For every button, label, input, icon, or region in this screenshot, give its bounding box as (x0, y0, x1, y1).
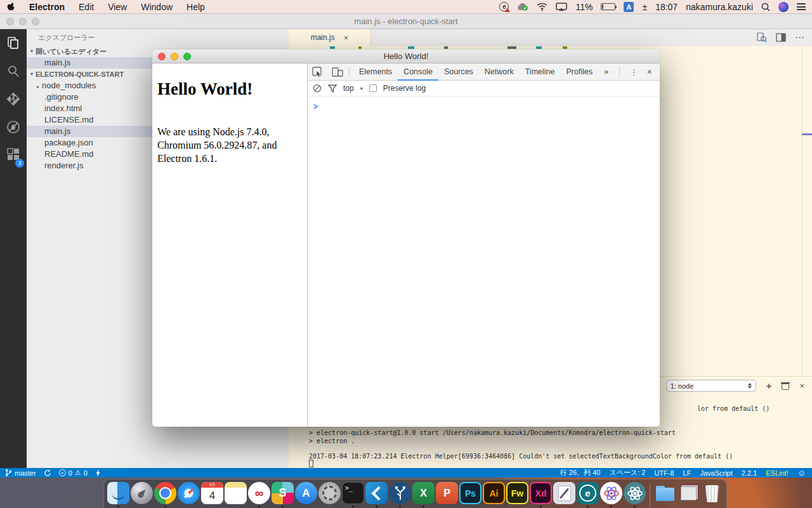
close-devtools-icon[interactable]: × (645, 67, 660, 77)
dock-app-store-icon[interactable]: A (295, 482, 317, 508)
problems-item[interactable]: × 0 ⚠ 0 (59, 469, 88, 477)
dock-fireworks-icon[interactable]: Fw (506, 482, 528, 508)
search-icon[interactable] (0, 57, 27, 85)
dock-illustrator-icon[interactable]: Ai (483, 482, 505, 508)
airplay-display-icon[interactable] (556, 3, 567, 11)
git-branch-item[interactable]: master (5, 469, 36, 477)
dock-calendar-icon[interactable]: 3月4 (201, 482, 223, 508)
debug-icon[interactable] (0, 113, 27, 141)
explorer-icon[interactable] (0, 29, 27, 57)
close-panel-icon[interactable]: × (799, 381, 804, 391)
tab-elements[interactable]: Elements (353, 64, 398, 81)
eol-item[interactable]: LF (683, 469, 691, 477)
dock-launchpad-icon[interactable] (131, 482, 153, 508)
cursor-position-item[interactable]: 行 26、列 40 (560, 468, 601, 478)
plusminus-status-item[interactable]: ± (642, 2, 647, 12)
terminal-select[interactable]: 1: node (666, 380, 756, 392)
kill-terminal-icon[interactable] (782, 382, 789, 390)
zoom-window-button[interactable] (32, 18, 39, 25)
new-terminal-icon[interactable]: + (766, 380, 772, 391)
tab-profiles[interactable]: Profiles (560, 64, 598, 81)
find-in-file-icon[interactable] (757, 32, 767, 43)
version-item[interactable]: 2.2.1 (742, 469, 757, 477)
dock-trash-icon[interactable] (701, 482, 723, 508)
eset-status-icon[interactable]: e (499, 2, 509, 11)
macos-menu-bar: Electron Edit View Window Help e 11% A ±… (0, 0, 812, 14)
dock-photoshop-icon[interactable]: Ps (459, 482, 481, 508)
spotlight-search-icon[interactable] (761, 3, 770, 11)
electron-title-bar[interactable]: Hello World! (152, 50, 660, 64)
close-window-button[interactable] (6, 18, 14, 25)
tab-network[interactable]: Network (479, 64, 520, 81)
calendar-day: 4 (209, 490, 215, 502)
dock-safari-icon[interactable] (178, 482, 200, 508)
zoom-window-button[interactable] (183, 53, 191, 60)
close-tab-icon[interactable]: × (344, 33, 349, 43)
menu-help[interactable]: Help (180, 0, 212, 14)
more-tabs-icon[interactable]: » (598, 64, 614, 81)
console-output-area[interactable]: > (308, 97, 660, 427)
notification-center-icon[interactable] (797, 2, 806, 12)
close-window-button[interactable] (158, 53, 166, 60)
menu-app-name[interactable]: Electron (22, 0, 72, 14)
filter-icon[interactable] (328, 84, 337, 93)
dock-finder-icon[interactable] (107, 482, 129, 508)
more-actions-icon[interactable]: ⋯ (795, 32, 804, 43)
inspect-element-icon[interactable] (308, 67, 327, 77)
siri-icon[interactable] (778, 2, 789, 12)
editor-actions: ⋯ (757, 29, 812, 45)
electron-window-controls[interactable] (158, 53, 191, 60)
dock-notes-icon[interactable] (225, 482, 247, 508)
dock-terminal-icon[interactable]: >_ (342, 482, 364, 508)
tab-mainjs[interactable]: main.js × (289, 29, 371, 46)
encoding-item[interactable]: UTF-8 (654, 469, 674, 477)
dock-vscode-icon[interactable] (365, 482, 388, 508)
dock-excel-icon[interactable]: X (412, 482, 435, 508)
dock-design-app-icon[interactable] (553, 482, 575, 508)
split-editor-icon[interactable] (776, 33, 786, 42)
battery-icon[interactable] (601, 3, 615, 10)
indent-item[interactable]: スペース: 2 (609, 468, 645, 478)
console-prompt[interactable]: > (313, 102, 318, 111)
dock-electron-icon[interactable] (624, 482, 646, 508)
tab-sources[interactable]: Sources (438, 64, 479, 81)
dock-slack-icon[interactable]: S (272, 482, 294, 508)
source-control-icon[interactable] (0, 85, 27, 113)
apple-menu-icon[interactable] (0, 2, 22, 11)
tab-console[interactable]: Console (398, 64, 438, 81)
dock-sourcetree-icon[interactable] (389, 482, 411, 508)
dock-eset-icon[interactable]: e (577, 482, 599, 508)
device-toolbar-icon[interactable] (327, 67, 348, 77)
dock-powerpoint-icon[interactable]: P (436, 482, 458, 508)
feedback-smiley-icon[interactable]: ☺ (797, 468, 806, 478)
dock-folder-icon[interactable] (654, 482, 676, 508)
dock-knot-app-icon[interactable]: ∞ (248, 482, 270, 508)
user-name[interactable]: nakamura.kazuki (686, 2, 753, 12)
dock-xd-icon[interactable]: Xd (530, 482, 552, 508)
clear-console-icon[interactable] (313, 84, 322, 93)
dock-documents-stack-icon[interactable] (678, 482, 700, 508)
tab-timeline[interactable]: Timeline (520, 64, 561, 81)
minimize-window-button[interactable] (19, 18, 27, 25)
wifi-icon[interactable] (537, 3, 547, 11)
menu-window[interactable]: Window (134, 0, 180, 14)
dock-electron-colorful-icon[interactable] (600, 482, 622, 508)
chevron-down-icon[interactable]: ▾ (360, 86, 363, 91)
menu-view[interactable]: View (101, 0, 134, 14)
vscode-window-controls[interactable] (6, 18, 39, 25)
dock-system-preferences-icon[interactable] (318, 482, 341, 508)
extensions-icon[interactable]: 3 (0, 141, 27, 169)
eslint-status-item[interactable]: ESLint! (766, 469, 788, 477)
feedback-bolt-item[interactable] (95, 469, 101, 477)
input-source-icon[interactable]: A (624, 2, 634, 12)
devtools-menu-icon[interactable]: ⋮ (624, 67, 645, 77)
sync-item[interactable] (44, 469, 51, 477)
sync-cloud-icon[interactable] (517, 3, 528, 11)
minimize-window-button[interactable] (171, 53, 178, 60)
execution-context-selector[interactable]: top (343, 84, 354, 93)
clock[interactable]: 18:07 (655, 2, 678, 12)
dock-chrome-icon[interactable] (154, 482, 176, 508)
preserve-log-checkbox[interactable] (369, 84, 377, 92)
menu-edit[interactable]: Edit (72, 0, 101, 14)
language-item[interactable]: JavaScript (700, 469, 732, 477)
